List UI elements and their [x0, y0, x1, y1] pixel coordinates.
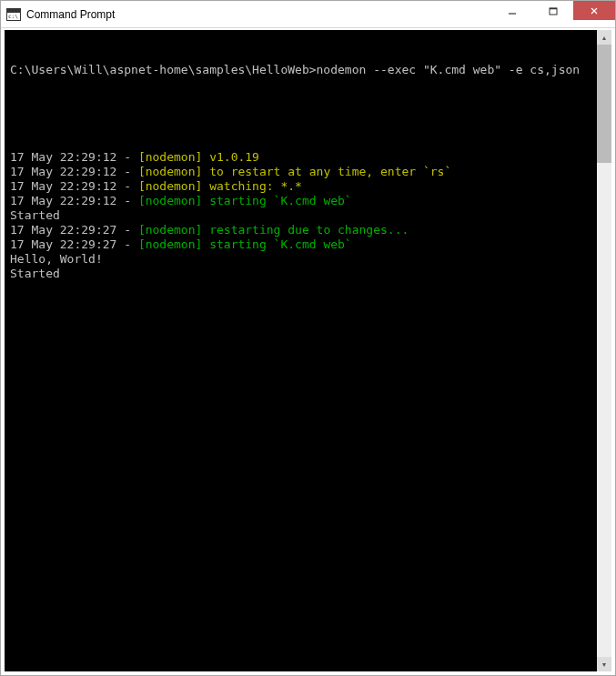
vertical-scrollbar[interactable]: ▴ ▾ [597, 30, 611, 671]
console-line: Started [10, 208, 606, 223]
console-line: 17 May 22:29:12 - [nodemon] v1.0.19 [10, 150, 606, 165]
console-line: Hello, World! [10, 252, 606, 267]
console-line: 17 May 22:29:12 - [nodemon] starting `K.… [10, 194, 606, 208]
app-icon [6, 8, 21, 21]
console-area[interactable]: C:\Users\Will\aspnet-home\samples\HelloW… [5, 30, 611, 671]
scroll-thumb[interactable] [597, 45, 611, 163]
close-button[interactable] [573, 1, 615, 20]
console-output: C:\Users\Will\aspnet-home\samples\HelloW… [5, 30, 611, 314]
scroll-up-arrow[interactable]: ▴ [597, 30, 611, 45]
maximize-button[interactable] [532, 1, 573, 20]
scroll-down-arrow[interactable]: ▾ [597, 657, 611, 671]
console-line: Started [10, 267, 606, 281]
window-controls [491, 1, 615, 27]
command-prompt-window: Command Prompt C:\Users\Will\aspnet-home… [0, 0, 616, 676]
minimize-button[interactable] [491, 1, 532, 20]
console-line: 17 May 22:29:27 - [nodemon] restarting d… [10, 223, 606, 237]
window-title: Command Prompt [26, 8, 491, 21]
blank-line [10, 106, 606, 121]
console-line: 17 May 22:29:12 - [nodemon] watching: *.… [10, 179, 606, 194]
console-line: 17 May 22:29:27 - [nodemon] starting `K.… [10, 237, 606, 252]
titlebar[interactable]: Command Prompt [1, 1, 615, 28]
prompt-line: C:\Users\Will\aspnet-home\samples\HelloW… [10, 63, 606, 77]
console-line: 17 May 22:29:12 - [nodemon] to restart a… [10, 165, 606, 179]
